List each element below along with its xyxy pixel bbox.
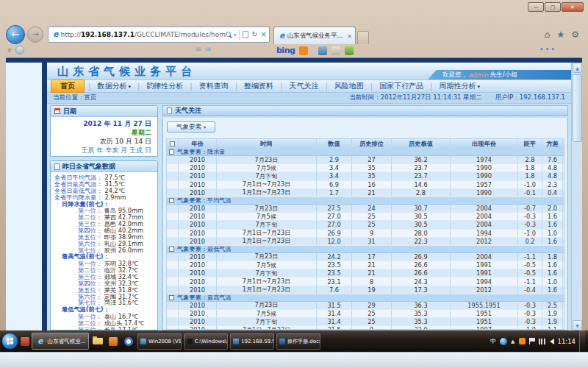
table-row[interactable]: 20107月5候23.52126.61991-0.51.6 xyxy=(167,261,564,269)
more-options-icon[interactable]: ••• xyxy=(539,46,556,53)
scroll-down-arrow[interactable]: ▼ xyxy=(573,320,582,330)
taskbar-task-1[interactable]: C:\Windows\s... xyxy=(184,333,228,350)
toolbar-app-icon-4[interactable] xyxy=(345,46,354,55)
pinned-app-circle[interactable] xyxy=(122,334,135,349)
row-cell: 21 xyxy=(352,269,392,277)
table-row[interactable]: 20107月1日~7月23日23.1824.31994-1.11.0 xyxy=(167,277,564,286)
scrollbar-thumb[interactable] xyxy=(573,74,582,142)
home-icon[interactable]: ⌂ xyxy=(545,29,551,40)
row-cell: 36.2 xyxy=(392,156,451,163)
tray-app-icon[interactable] xyxy=(500,338,507,345)
nav-divider: | xyxy=(325,82,327,91)
network-icon[interactable] xyxy=(539,339,546,344)
language-indicator[interactable]: 中 xyxy=(490,337,496,345)
favorites-star-icon[interactable]: ★ xyxy=(556,29,564,40)
nav-item-6[interactable]: 风险地图 xyxy=(329,80,370,92)
row-cell: 35 xyxy=(352,172,392,180)
row-cell: 1951 xyxy=(451,310,518,317)
nav-item-8[interactable]: 周期性分析▾ xyxy=(434,80,487,92)
screen-bottom-strip xyxy=(0,352,588,368)
toolbar-app-icon-3[interactable] xyxy=(331,46,340,55)
taskbar-task-3[interactable]: 操作手册.docx ... xyxy=(276,333,320,350)
mail-icon[interactable]: ✉ xyxy=(196,46,201,53)
element-filter-button[interactable]: 气象要素 ▾ xyxy=(167,121,215,132)
vertical-scrollbar[interactable]: ▲ ▼ xyxy=(571,63,582,330)
nav-item-5[interactable]: 天气关注 xyxy=(283,80,324,92)
table-row[interactable]: 20107月下旬23.52126.61991-0.51.6 xyxy=(167,269,564,277)
refresh-icon[interactable]: ↻ xyxy=(251,30,257,38)
row-select-cell xyxy=(167,164,179,171)
group-label: 气象要素：最高气温 xyxy=(177,294,232,302)
compatibility-view-icon[interactable] xyxy=(243,31,248,38)
table-row[interactable]: 20107月1日~7月23日6.91614.61957-1.02.3 xyxy=(167,181,564,189)
addon-icon[interactable] xyxy=(15,46,24,54)
share-icon[interactable]: ✉ xyxy=(206,46,212,53)
address-bar[interactable]: e http://192.168.137.1/GLCCLIMATE/module… xyxy=(48,26,270,43)
taskbar-clock[interactable]: 11:14 xyxy=(558,338,576,345)
chevron-down-icon: ▾ xyxy=(478,84,481,90)
row-cell: 30.5 xyxy=(392,221,451,228)
group-checkbox[interactable] xyxy=(169,247,174,252)
tab-close-icon[interactable]: × xyxy=(347,32,352,40)
nav-item-0[interactable]: 首页 xyxy=(51,79,85,93)
search-icon[interactable] xyxy=(226,32,231,37)
row-cell: 2012 xyxy=(451,286,518,294)
table-row[interactable]: 20107月1日~7月23日31.5933.01997-1.01.1 xyxy=(167,326,564,330)
nav-item-3[interactable]: 资料查询 xyxy=(193,80,234,92)
close-toolbar-icon[interactable]: x xyxy=(7,46,11,54)
nav-item-4[interactable]: 整编资料 xyxy=(238,80,279,92)
table-row[interactable]: 20107月23日31.52936.31955,1951-0.32.5 xyxy=(167,302,564,310)
settings-gear-icon[interactable]: ⚙ xyxy=(571,29,579,40)
nav-item-2[interactable]: 韵律性分析 xyxy=(140,80,189,92)
row-select-cell xyxy=(167,302,179,309)
row-cell: 9 xyxy=(352,326,392,330)
row-select-cell xyxy=(167,310,179,317)
action-center-flag-icon[interactable] xyxy=(529,338,535,344)
table-row[interactable]: 20107月23日24.21726.92004-1.11.8 xyxy=(167,253,564,261)
row-cell: 30.7 xyxy=(392,205,451,212)
nav-item-7[interactable]: 国家下行产品 xyxy=(373,80,429,92)
stop-icon[interactable]: × xyxy=(261,30,267,38)
speaker-icon[interactable] xyxy=(550,339,554,344)
pinned-app-orange[interactable] xyxy=(107,334,120,349)
table-row[interactable]: 20107月下旬27.02530.52004-0.31.6 xyxy=(167,221,564,229)
row-cell: 1994 xyxy=(451,277,518,285)
group-checkbox[interactable] xyxy=(169,198,174,203)
select-all-checkbox[interactable] xyxy=(170,141,175,146)
bing-logo[interactable]: bing xyxy=(276,46,295,55)
table-row[interactable]: 20107月23日2.92736.219742.87.6 xyxy=(167,156,564,164)
row-cell: 2.5 xyxy=(542,302,563,309)
taskbar-task-0[interactable]: Win2008 (VS2... xyxy=(137,333,182,350)
toolbar-app-icon-1[interactable] xyxy=(299,46,308,55)
table-row[interactable]: 20107月5候27.02530.52004-0.31.6 xyxy=(167,213,564,221)
tray-security-icon[interactable] xyxy=(519,338,526,344)
group-checkbox[interactable] xyxy=(169,149,174,155)
table-row[interactable]: 20107月下旬3.43523.719901.84.8 xyxy=(167,172,564,180)
back-button[interactable]: ← xyxy=(6,25,25,44)
explorer-taskbar-item[interactable] xyxy=(91,334,104,349)
table-row[interactable]: 20107月5候31.42535.31951-0.31.9 xyxy=(167,310,564,318)
minimize-button[interactable]: — xyxy=(528,2,544,12)
row-cell: 4.8 xyxy=(542,164,563,171)
new-tab-button[interactable] xyxy=(357,31,369,44)
row-cell: 1991 xyxy=(451,269,518,277)
show-desktop-button[interactable] xyxy=(579,330,585,352)
search-dropdown-icon[interactable]: ▾ xyxy=(234,32,236,37)
taskbar-task-2[interactable]: 192.168.59.99... xyxy=(230,333,274,350)
forward-button[interactable]: → xyxy=(27,26,43,43)
toolbar-app-icon-2[interactable] xyxy=(318,46,327,55)
table-row[interactable]: 20107月23日27.52430.72004-0.72.0 xyxy=(167,205,564,213)
scroll-up-arrow[interactable]: ▲ xyxy=(573,63,582,73)
browser-tab[interactable]: e 山东省气候业务平... × xyxy=(273,26,356,44)
nav-item-1[interactable]: 数据分析▾ xyxy=(91,80,137,92)
taskbar-ie-window[interactable]: e 山东省气候业... xyxy=(32,333,89,350)
pinned-app-icon[interactable] xyxy=(21,337,29,346)
table-row[interactable]: 20107月1日~7月23日26.9928.01994-1.01.0 xyxy=(167,230,564,238)
table-row[interactable]: 20107月下旬31.42535.31951-0.31.9 xyxy=(167,318,564,326)
maximize-button[interactable]: ▢ xyxy=(545,2,561,12)
close-button[interactable]: ✕ xyxy=(562,2,584,12)
start-button[interactable] xyxy=(1,333,18,350)
table-row[interactable]: 20107月5候3.43523.719901.84.8 xyxy=(167,164,564,172)
group-checkbox[interactable] xyxy=(169,295,174,300)
show-hidden-icons[interactable]: ▲ xyxy=(511,339,514,344)
